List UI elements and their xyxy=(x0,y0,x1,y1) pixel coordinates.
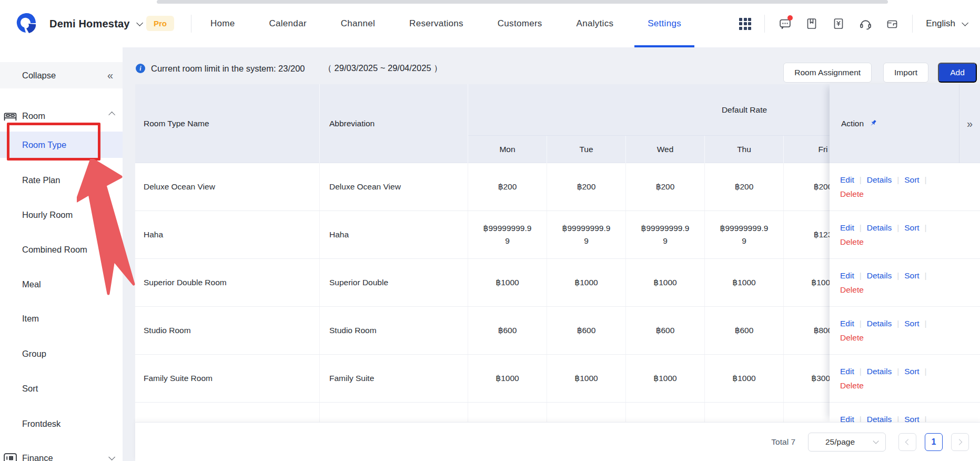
info-icon: i xyxy=(136,64,145,73)
chevron-left-icon xyxy=(905,439,911,445)
sidebar-item-meal[interactable]: Meal xyxy=(0,271,123,297)
delete-link[interactable]: Delete xyxy=(840,378,864,393)
room-type-name-cell: Studio Room xyxy=(135,307,320,354)
sidebar-item-rate-plan[interactable]: Rate Plan xyxy=(0,167,123,193)
room-limit-text: Current room limit in the system: 23/200 xyxy=(151,64,305,74)
sidebar-collapse[interactable]: Collapse « xyxy=(0,62,123,88)
language-label: English xyxy=(926,18,955,29)
current-page-button[interactable]: 1 xyxy=(925,433,943,451)
chevron-down-icon xyxy=(873,438,878,444)
edit-link[interactable]: Edit xyxy=(840,268,854,283)
finance-section-label: Finance xyxy=(22,453,53,461)
bed-icon xyxy=(3,109,17,123)
billing-receipt-icon[interactable] xyxy=(832,17,845,31)
details-link[interactable]: Details xyxy=(867,316,892,330)
delete-link[interactable]: Delete xyxy=(840,283,864,297)
abbreviation-cell: Studio Room xyxy=(320,307,468,354)
pin-icon[interactable] xyxy=(868,119,877,128)
rate-cell: ฿99999999.99 xyxy=(626,211,705,258)
room-type-label: Room Type xyxy=(22,140,66,150)
room-limit-info: i Current room limit in the system: 23/2… xyxy=(136,62,442,75)
abbreviation-cell: Double Room xyxy=(320,403,468,422)
import-button[interactable]: Import xyxy=(883,63,928,83)
sidebar-section-finance[interactable]: Finance xyxy=(0,445,123,461)
delete-link[interactable]: Delete xyxy=(840,330,864,345)
rate-cell: ฿200 xyxy=(626,163,705,211)
edit-link[interactable]: Edit xyxy=(840,173,854,187)
settings-sidebar: Collapse « Room Room Type Rate Plan Hour… xyxy=(0,47,123,461)
column-header-thu: Thu xyxy=(705,136,784,163)
sidebar-item-hourly-room[interactable]: Hourly Room xyxy=(0,202,123,228)
sidebar-item-group[interactable]: Group xyxy=(0,340,123,367)
add-button[interactable]: Add xyxy=(938,63,977,83)
pro-badge: Pro xyxy=(146,16,174,31)
action-cell: Edit|Details|Sort|Delete xyxy=(830,355,980,403)
table-footer: Total 7 25/page 1 xyxy=(135,422,980,461)
app-window: Demi Homestay Pro Home Calendar Channel … xyxy=(0,0,980,461)
chevron-right-icon xyxy=(956,439,962,445)
sidebar-item-frontdesk[interactable]: Frontdesk xyxy=(0,410,123,437)
next-page-button[interactable] xyxy=(951,433,969,451)
notification-dot xyxy=(787,15,793,21)
action-cell: Edit|Details|Sort|Delete xyxy=(830,259,980,307)
details-link[interactable]: Details xyxy=(867,221,892,235)
sidebar-item-sort[interactable]: Sort xyxy=(0,375,123,402)
edit-link[interactable]: Edit xyxy=(840,364,854,378)
bookmark-icon[interactable] xyxy=(805,17,819,31)
sidebar-section-room[interactable]: Room xyxy=(0,103,123,129)
sidebar-item-room-type[interactable]: Room Type xyxy=(0,132,123,158)
rate-cell: ฿400 xyxy=(705,403,784,422)
rate-cell: ฿200 xyxy=(705,163,784,211)
page-size-select[interactable]: 25/page xyxy=(808,433,886,452)
main-content: i Current room limit in the system: 23/2… xyxy=(123,47,980,461)
expand-columns-control[interactable]: » xyxy=(959,84,980,163)
edit-link[interactable]: Edit xyxy=(840,221,854,235)
room-assignment-button[interactable]: Room Assignment xyxy=(783,63,872,83)
language-selector[interactable]: English xyxy=(926,18,966,29)
column-header-mon: Mon xyxy=(468,136,547,163)
nav-reservations[interactable]: Reservations xyxy=(409,0,463,47)
nav-home[interactable]: Home xyxy=(210,0,235,47)
details-link[interactable]: Details xyxy=(867,173,892,187)
chevron-down-icon xyxy=(962,19,968,26)
sort-link[interactable]: Sort xyxy=(904,221,919,235)
room-section-label: Room xyxy=(22,111,45,121)
edit-link[interactable]: Edit xyxy=(840,316,854,330)
delete-link[interactable]: Delete xyxy=(840,235,864,249)
wallet-icon[interactable] xyxy=(885,17,899,31)
collapse-label: Collapse xyxy=(22,71,56,81)
property-switcher[interactable]: Demi Homestay xyxy=(49,0,141,47)
room-type-name-cell: Deluxe Ocean View xyxy=(135,163,320,211)
details-link[interactable]: Details xyxy=(867,268,892,283)
sidebar-item-combined-room[interactable]: Combined Room xyxy=(0,236,123,263)
support-headset-icon[interactable] xyxy=(858,17,872,31)
nav-channel[interactable]: Channel xyxy=(341,0,375,47)
delete-link[interactable]: Delete xyxy=(840,187,864,201)
abbreviation-cell: Family Suite xyxy=(320,355,468,402)
details-link[interactable]: Details xyxy=(867,364,892,378)
horizontal-scrollbar-thumb[interactable] xyxy=(157,0,888,4)
nav-calendar[interactable]: Calendar xyxy=(269,0,306,47)
abbreviation-cell: Haha xyxy=(320,211,468,258)
rate-cell: ฿1000 xyxy=(705,355,784,402)
rate-cell: ฿99999999.99 xyxy=(705,211,784,258)
rate-cell: ฿400 xyxy=(468,403,547,422)
prev-page-button[interactable] xyxy=(898,433,916,451)
nav-settings[interactable]: Settings xyxy=(648,0,681,47)
nav-analytics[interactable]: Analytics xyxy=(577,0,614,47)
sort-link[interactable]: Sort xyxy=(904,268,919,283)
sort-link[interactable]: Sort xyxy=(904,173,919,187)
pinned-action-column: Action » Edit|Details|Sort|Dele xyxy=(830,84,980,422)
column-header-room-type-name: Room Type Name xyxy=(135,84,320,163)
sort-link[interactable]: Sort xyxy=(904,316,919,330)
apps-grid-icon[interactable] xyxy=(739,18,751,30)
nav-customers[interactable]: Customers xyxy=(498,0,542,47)
sort-link[interactable]: Sort xyxy=(904,364,919,378)
sidebar-item-item[interactable]: Item xyxy=(0,305,123,332)
abbreviation-cell: Deluxe Ocean View xyxy=(320,163,468,211)
column-header-wed: Wed xyxy=(626,136,705,163)
divider xyxy=(191,15,191,33)
messages-icon[interactable] xyxy=(778,17,792,31)
top-navigation: Demi Homestay Pro Home Calendar Channel … xyxy=(0,0,980,47)
chevron-down-icon xyxy=(108,454,115,460)
